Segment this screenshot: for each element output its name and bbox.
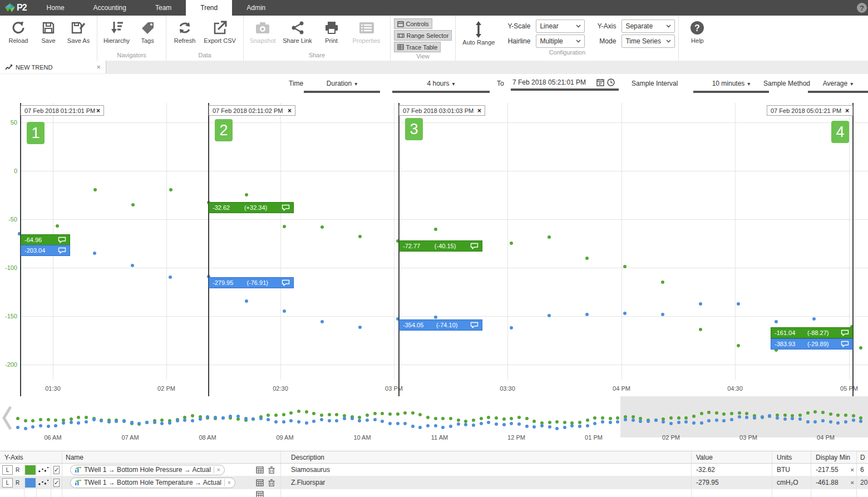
tag-remove-icon[interactable]: × — [228, 480, 231, 486]
comment-bubble-icon[interactable] — [282, 279, 290, 286]
delta-text: (-29.89) — [807, 341, 829, 347]
scroll-left-icon[interactable] — [1, 405, 13, 431]
hairline-value-label-blue[interactable]: -279.95(-76.91) — [209, 277, 294, 288]
hairline-badge[interactable]: 1 — [27, 122, 45, 144]
line-style-cell[interactable] — [37, 464, 51, 476]
hairline-value-label-green[interactable]: -161.04(-88.27) — [771, 327, 853, 338]
trace-color-swatch[interactable] — [25, 478, 36, 488]
axis-left-button[interactable]: L — [2, 478, 13, 488]
axis-right-button[interactable]: R — [16, 467, 19, 473]
hairline-badge[interactable]: 3 — [405, 118, 423, 140]
display-min-clear-icon[interactable]: × — [851, 466, 854, 473]
minimap-point-green — [715, 411, 718, 415]
tag-pill[interactable]: TWell 1 → Bottom Hole Temperature → Actu… — [70, 478, 235, 488]
visibility-checkbox[interactable]: ✓ — [53, 479, 60, 487]
minimap-point-green — [388, 412, 392, 416]
display-min-clear-icon[interactable]: × — [851, 479, 854, 486]
hairline-value-label-green[interactable]: -64.96 — [21, 234, 70, 245]
axis-right-button[interactable]: R — [16, 480, 19, 486]
hairline-badge[interactable]: 2 — [215, 119, 233, 141]
hairline-value-label-green[interactable]: -32.62(+32.34) — [209, 202, 294, 213]
tab-new-trend[interactable]: NEW TREND × — [0, 61, 106, 73]
hairline-value-label-blue[interactable]: -203.04 — [21, 245, 70, 256]
reload-button[interactable]: Reload — [3, 16, 33, 44]
save-button[interactable]: Save — [33, 16, 63, 44]
hairline-close-icon[interactable]: × — [288, 107, 292, 115]
sample-method-dropdown[interactable]: Average▾ — [808, 76, 868, 93]
hairline[interactable] — [852, 103, 854, 396]
duration-dropdown[interactable]: 4 hours▾ — [392, 76, 490, 93]
calculator-icon[interactable] — [256, 466, 264, 474]
calculator-icon[interactable] — [256, 479, 264, 486]
tab-close-icon[interactable]: × — [96, 63, 101, 71]
y-scale-dropdown[interactable]: Linear — [536, 19, 585, 33]
trace-color-swatch[interactable] — [25, 465, 36, 475]
comment-bubble-icon[interactable] — [841, 329, 849, 336]
top-tab-accounting[interactable]: Accounting — [79, 0, 141, 16]
calculator-icon[interactable] — [256, 491, 264, 497]
comment-bubble-icon[interactable] — [841, 341, 849, 347]
minimap-point-green — [358, 416, 361, 419]
help-button[interactable]: ? Help — [682, 16, 712, 44]
delta-text: (-74.10) — [436, 322, 458, 328]
save-as-button[interactable]: Save As — [63, 16, 93, 44]
hairline-close-icon[interactable]: × — [96, 107, 100, 115]
value-text: -279.95 — [213, 279, 233, 286]
caret-icon: ▾ — [452, 81, 455, 87]
visibility-checkbox[interactable]: ✓ — [53, 466, 60, 474]
top-tab-team[interactable]: Team — [141, 0, 186, 16]
y-axis-dropdown[interactable]: Separate — [622, 19, 675, 33]
top-tab-trend[interactable]: Trend — [186, 0, 232, 16]
range-selector[interactable]: 06 AM07 AM08 AM09 AM10 AM11 AM12 PM01 PM… — [0, 396, 868, 445]
h-gridline — [21, 268, 868, 268]
top-tab-admin[interactable]: Admin — [232, 0, 280, 16]
trend-chart[interactable]: 500-50-100-150-20001:3002 PM02:3003 PM03… — [0, 95, 868, 396]
line-style-cell[interactable] — [37, 476, 51, 489]
controls-toggle[interactable]: Controls — [394, 18, 432, 29]
sample-interval-dropdown[interactable]: 10 minutes▾ — [693, 76, 769, 93]
hairline[interactable] — [208, 103, 209, 396]
minimap-point-blue — [153, 421, 156, 424]
calendar-icon[interactable] — [596, 78, 604, 86]
hairline-value-label-green[interactable]: -72.77(-40.15) — [399, 240, 482, 252]
tag-remove-icon[interactable]: × — [217, 467, 220, 473]
comment-bubble-icon[interactable] — [58, 237, 66, 243]
export-csv-button[interactable]: Export CSV — [200, 16, 240, 44]
top-tab-home[interactable]: Home — [32, 0, 79, 16]
comment-bubble-icon[interactable] — [470, 322, 479, 328]
range-selection-highlight[interactable] — [620, 396, 868, 437]
titlebar-help-icon[interactable]: ? — [857, 3, 867, 13]
comment-bubble-icon[interactable] — [282, 204, 290, 211]
y-axis-cell: LR — [0, 476, 24, 489]
hairline-dropdown[interactable]: Multiple — [536, 35, 585, 48]
refresh-button[interactable]: Refresh — [170, 16, 200, 44]
axis-left-button[interactable]: L — [2, 465, 13, 475]
data-point-blue — [169, 275, 172, 279]
trash-icon[interactable] — [268, 466, 275, 474]
minimap-point-blue — [328, 419, 331, 422]
auto-range-button[interactable]: Auto Range — [459, 17, 498, 46]
data-point-blue — [320, 320, 324, 323]
tags-button[interactable]: Tags — [132, 16, 162, 44]
range-selector-toggle[interactable]: Range Selector — [394, 30, 452, 41]
end-time-field[interactable]: 7 Feb 2018 05:21:01 PM — [511, 76, 619, 91]
minimap-point-blue — [798, 417, 802, 421]
titlebar: P2 Home Accounting Team Trend Admin ? — [0, 0, 868, 16]
hairline-close-icon[interactable]: × — [845, 107, 849, 115]
mode-dropdown[interactable]: Time Series — [622, 35, 675, 48]
tag-pill[interactable]: TWell 1 → Bottom Hole Pressure → Actual× — [70, 465, 225, 475]
hairline-close-icon[interactable]: × — [477, 107, 481, 115]
hierarchy-button[interactable]: Hierarchy — [101, 16, 132, 44]
share-link-button[interactable]: Share Link — [279, 16, 317, 44]
hairline-value-label-blue[interactable]: -383.93(-29.89) — [771, 338, 853, 350]
comment-bubble-icon[interactable] — [470, 243, 479, 249]
comment-bubble-icon[interactable] — [58, 247, 66, 254]
display-min-cell: -461.88× — [811, 476, 857, 489]
hairline-value-label-blue[interactable]: -354.05(-74.10) — [399, 319, 482, 331]
trash-icon[interactable] — [268, 479, 275, 486]
print-button[interactable]: Print — [317, 16, 347, 44]
trace-table-toggle[interactable]: Trace Table — [394, 42, 441, 52]
range-type-dropdown[interactable]: Duration▾ — [304, 76, 380, 93]
clock-icon[interactable] — [607, 78, 615, 86]
hairline-badge[interactable]: 4 — [831, 121, 849, 143]
